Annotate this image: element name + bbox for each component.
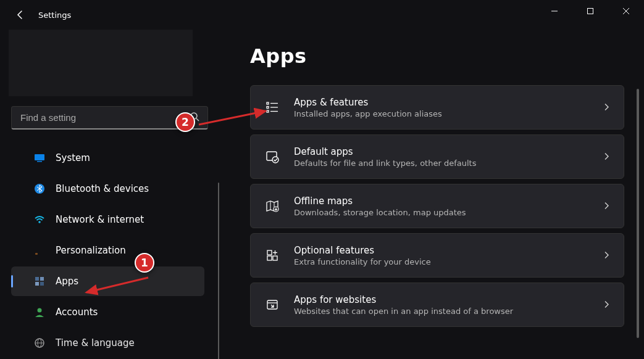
sidebar-item-label: Accounts [56,307,98,318]
sidebar-item-label: Bluetooth & devices [56,183,149,194]
card-title: Apps for websites [294,294,590,305]
default-app-icon [264,149,280,165]
profile-block [9,30,193,96]
svg-point-7 [38,221,41,223]
website-icon [264,297,280,313]
features-icon [264,247,280,263]
paintbrush-icon [33,244,46,257]
svg-rect-12 [40,282,44,286]
apps-icon [33,275,46,287]
sidebar-item-network[interactable]: Network & internet [11,205,204,234]
nav-list: System Bluetooth & devices Network & int… [0,143,219,358]
card-title: Apps & features [294,97,590,108]
svg-point-13 [38,308,42,313]
chevron-right-icon [603,102,610,113]
svg-rect-19 [267,107,269,109]
annotation-badge-2: 2 [175,112,195,132]
svg-rect-28 [267,250,272,255]
sidebar-item-bluetooth[interactable]: Bluetooth & devices [11,174,204,204]
main-content: Apps Apps & features Installed apps, app… [219,30,644,359]
card-apps-websites[interactable]: Apps for websites Websites that can open… [250,283,624,327]
svg-rect-30 [273,256,277,260]
person-icon [33,306,46,318]
sidebar-item-time-language[interactable]: Time & language [11,328,204,358]
card-subtitle: Websites that can open in an app instead… [294,307,590,316]
svg-rect-17 [267,102,269,104]
sidebar-item-label: Time & language [56,337,135,349]
svg-rect-4 [35,154,44,160]
sidebar: System Bluetooth & devices Network & int… [0,30,219,359]
card-title: Offline maps [294,196,590,207]
sidebar-item-personalization[interactable]: Personalization [11,236,204,265]
app-title: Settings [38,10,71,20]
svg-rect-10 [40,277,44,281]
minimize-button[interactable] [537,0,572,22]
sidebar-item-label: Network & internet [56,214,144,225]
svg-rect-33 [267,300,277,309]
annotation-badge-1: 1 [135,253,154,273]
page-title: Apps [250,44,627,68]
card-offline-maps[interactable]: Offline maps Downloads, storage location… [250,184,624,228]
svg-rect-29 [267,256,272,260]
chevron-right-icon [603,250,610,262]
sidebar-item-accounts[interactable]: Accounts [11,297,204,327]
map-icon [264,198,280,214]
chevron-right-icon [603,151,610,163]
svg-line-3 [196,118,199,121]
back-button[interactable] [14,8,27,22]
globe-icon [33,337,46,349]
svg-rect-11 [35,282,39,286]
card-subtitle: Installed apps, app execution aliases [294,109,590,118]
card-title: Default apps [294,146,590,157]
chevron-right-icon [603,299,610,311]
svg-rect-8 [35,253,38,255]
svg-point-24 [272,157,278,163]
bluetooth-icon [33,183,46,195]
sidebar-item-label: Apps [56,276,78,287]
chevron-right-icon [603,200,610,212]
card-subtitle: Extra functionality for your device [294,257,590,266]
card-subtitle: Downloads, storage location, map updates [294,208,590,217]
svg-rect-9 [35,277,39,281]
monitor-icon [33,152,46,164]
list-icon [264,99,280,115]
card-title: Optional features [294,245,590,256]
card-default-apps[interactable]: Default apps Defaults for file and link … [250,134,624,179]
main-scrollbar[interactable] [637,89,639,338]
svg-rect-5 [37,161,42,162]
svg-rect-1 [588,9,593,14]
card-subtitle: Defaults for file and link types, other … [294,159,590,168]
sidebar-item-system[interactable]: System [11,143,204,173]
sidebar-item-label: Personalization [56,245,126,256]
sidebar-item-apps[interactable]: Apps [11,266,204,296]
svg-rect-21 [267,110,269,112]
card-apps-features[interactable]: Apps & features Installed apps, app exec… [250,85,624,130]
close-button[interactable] [608,0,644,22]
card-optional-features[interactable]: Optional features Extra functionality fo… [250,233,624,278]
maximize-button[interactable] [572,0,608,22]
sidebar-item-label: System [56,152,90,163]
wifi-icon [33,213,46,226]
